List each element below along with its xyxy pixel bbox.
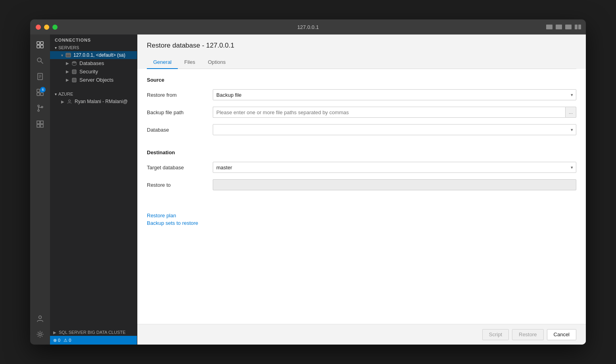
security-icon [71, 69, 77, 75]
activity-settings[interactable] [33, 327, 47, 341]
window-title: 127.0.0.1 [297, 24, 319, 30]
sql-cluster-section: ▶ SQL SERVER BIG DATA CLUSTE [50, 329, 137, 336]
backup-sets-link[interactable]: Backup sets to restore [147, 220, 198, 226]
restore-button[interactable]: Restore [512, 329, 544, 340]
databases-item[interactable]: ▶ Databases [50, 59, 137, 67]
activity-documents[interactable] [33, 69, 47, 84]
maximize-button[interactable] [52, 25, 58, 30]
databases-icon [71, 61, 77, 66]
backup-file-path-row: Backup file path … [147, 107, 576, 118]
restore-from-label: Restore from [147, 92, 206, 98]
cancel-button[interactable]: Cancel [547, 329, 576, 340]
layout-icon-2[interactable] [556, 25, 562, 29]
database-label: Database [147, 127, 206, 133]
extensions-badge: 6 [40, 87, 46, 92]
activity-account[interactable] [33, 311, 47, 326]
dialog-tabs: General Files Options [147, 56, 576, 69]
server-icon [65, 52, 71, 58]
svg-line-5 [41, 61, 43, 63]
activity-extensions[interactable]: 6 [33, 85, 47, 100]
layout-icon-1[interactable] [546, 25, 552, 29]
azure-chevron: ▾ [55, 92, 57, 96]
titlebar-icons [546, 25, 581, 29]
svg-rect-20 [40, 125, 43, 127]
server-objects-item[interactable]: ▶ Server Objects [50, 76, 137, 84]
destination-section-title: Destination [147, 149, 576, 155]
svg-rect-12 [37, 93, 40, 96]
azure-user-icon [67, 99, 72, 104]
restore-to-label: Restore to [147, 182, 206, 188]
target-database-label: Target database [147, 165, 206, 171]
activity-bottom [33, 311, 47, 345]
server-item[interactable]: ▾ 127.0.0.1, <default> (sa) [50, 51, 137, 59]
error-icon: ⊗ [53, 338, 57, 343]
server-objects-chevron: ▶ [66, 78, 69, 82]
svg-rect-13 [40, 93, 43, 96]
restore-from-wrapper: Backup file Backup URL ▾ [213, 89, 576, 100]
sql-cluster-chevron: ▶ [53, 330, 56, 335]
activity-bar: 6 [30, 34, 50, 345]
restore-to-row: Restore to [147, 179, 576, 190]
security-label: Security [79, 69, 98, 75]
database-row: Database ▾ [147, 124, 576, 135]
svg-point-22 [39, 333, 41, 335]
tab-files[interactable]: Files [178, 56, 201, 69]
close-button[interactable] [36, 25, 41, 30]
svg-rect-2 [37, 45, 40, 48]
svg-point-28 [69, 100, 71, 102]
backup-file-path-label: Backup file path [147, 109, 206, 115]
tab-options[interactable]: Options [202, 56, 232, 69]
target-database-row: Target database master tempdb model msdb… [147, 162, 576, 173]
dialog-title: Restore database - 127.0.0.1 [147, 42, 576, 50]
tab-general[interactable]: General [147, 56, 178, 69]
svg-point-25 [72, 61, 76, 63]
minimize-button[interactable] [44, 25, 49, 30]
dialog-footer: Script Restore Cancel [137, 324, 586, 345]
script-button[interactable]: Script [482, 329, 509, 340]
svg-point-21 [39, 316, 42, 319]
connections-header: CONNECTIONS [50, 34, 137, 44]
restore-plan-container: Restore plan [147, 213, 576, 218]
browse-button[interactable]: … [565, 107, 576, 118]
servers-chevron: ▾ [55, 46, 57, 50]
database-select[interactable] [213, 124, 576, 135]
layout-icon-4[interactable] [575, 25, 581, 29]
sql-cluster-label: SQL SERVER BIG DATA CLUSTE [59, 330, 125, 335]
activity-blocks[interactable] [33, 117, 47, 131]
layout-icon-3[interactable] [565, 25, 572, 29]
svg-rect-26 [72, 70, 76, 74]
target-database-wrapper: master tempdb model msdb ▾ [213, 162, 576, 173]
activity-git[interactable] [33, 101, 47, 115]
target-database-select[interactable]: master tempdb model msdb [213, 162, 576, 173]
window-controls [36, 25, 58, 30]
server-objects-icon [71, 77, 77, 83]
server-chevron-icon: ▾ [61, 53, 63, 57]
dialog-body: Source Restore from Backup file Backup U… [137, 69, 586, 324]
backup-sets-container: Backup sets to restore [147, 220, 576, 226]
azure-group[interactable]: ▾ AZURE [50, 90, 137, 98]
servers-group[interactable]: ▾ SERVERS [50, 44, 137, 51]
activity-search[interactable] [33, 54, 47, 68]
security-chevron: ▶ [66, 69, 69, 74]
titlebar: 127.0.0.1 [30, 19, 586, 34]
activity-connections[interactable] [33, 38, 47, 52]
restore-from-select[interactable]: Backup file Backup URL [213, 89, 576, 100]
security-item[interactable]: ▶ Security [50, 67, 137, 76]
svg-rect-17 [37, 121, 40, 124]
svg-rect-18 [40, 121, 43, 124]
sql-cluster-item[interactable]: ▶ SQL SERVER BIG DATA CLUSTE [50, 329, 137, 336]
backup-file-path-input[interactable] [213, 107, 565, 118]
databases-label: Databases [79, 60, 104, 66]
restore-plan-link[interactable]: Restore plan [147, 213, 176, 218]
source-section-title: Source [147, 77, 576, 83]
azure-user-label: Ryan Malani - RMalani@ [75, 99, 128, 104]
svg-rect-10 [37, 89, 40, 92]
section-separator-1 [147, 142, 576, 149]
main-content: 6 [30, 34, 586, 345]
section-separator-3 [147, 205, 576, 213]
dialog-header: Restore database - 127.0.0.1 General Fil… [137, 34, 586, 69]
section-separator-2 [147, 197, 576, 205]
azure-user-item[interactable]: ▶ Ryan Malani - RMalani@ [50, 98, 137, 105]
warning-count: 0 [69, 338, 71, 343]
server-name: 127.0.0.1, <default> (sa) [73, 52, 125, 58]
